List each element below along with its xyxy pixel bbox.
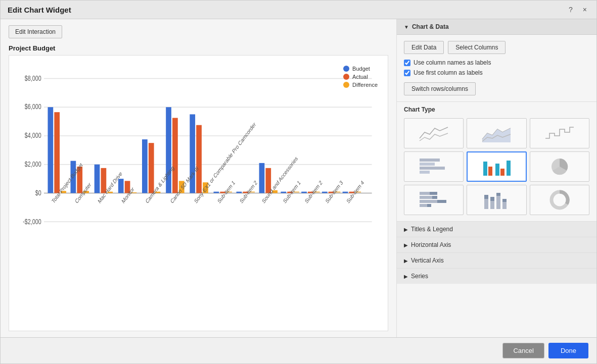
svg-rect-46 [301, 192, 307, 193]
svg-rect-29 [172, 118, 178, 193]
help-button[interactable]: ? [566, 5, 575, 15]
close-button[interactable]: × [580, 5, 589, 15]
data-buttons-row: Edit Data Select Columns [404, 41, 589, 54]
collapse-arrow-series: ▶ [404, 274, 408, 279]
legend-label-budget: Budget [352, 66, 370, 72]
svg-rect-34 [214, 192, 219, 193]
svg-rect-32 [196, 125, 202, 193]
dialog-titlebar: Edit Chart Widget ? × [1, 1, 596, 19]
collapsible-sections: ▶ Titles & Legend ▶ Horizontal Axis ▶ Ve… [397, 221, 596, 337]
svg-rect-76 [495, 164, 499, 176]
svg-rect-82 [420, 196, 432, 199]
done-button[interactable]: Done [548, 343, 588, 358]
switch-rows-columns-button[interactable]: Switch rows/columns [404, 82, 476, 95]
svg-rect-81 [430, 192, 437, 195]
chart-type-step[interactable] [530, 118, 589, 148]
legend-item-difference: Difference [343, 82, 378, 88]
svg-rect-89 [484, 195, 488, 199]
chart-type-pie[interactable] [530, 151, 589, 182]
svg-rect-85 [437, 200, 446, 203]
use-first-column-label: Use first column as labels [414, 69, 483, 76]
chart-type-vertical-bar[interactable] [467, 151, 526, 182]
svg-rect-26 [149, 143, 154, 193]
svg-rect-71 [420, 163, 435, 166]
svg-rect-22 [118, 179, 124, 193]
svg-rect-19 [95, 165, 100, 193]
dialog-title: Edit Chart Widget [8, 6, 71, 14]
titles-legend-section[interactable]: ▶ Titles & Legend [397, 221, 596, 237]
svg-rect-73 [420, 171, 430, 174]
svg-rect-13 [48, 107, 53, 193]
chart-legend: Budget Actual Difference [343, 66, 378, 90]
dialog-footer: Cancel Done [1, 337, 596, 363]
use-column-names-checkbox[interactable] [404, 60, 410, 66]
series-section[interactable]: ▶ Series [397, 268, 596, 284]
svg-rect-74 [483, 162, 487, 176]
titlebar-actions: ? × [566, 5, 589, 15]
svg-text:Computer: Computer [74, 181, 92, 204]
svg-text:$2,000: $2,000 [25, 161, 41, 169]
edit-chart-widget-dialog: Edit Chart Widget ? × Edit Interaction P… [0, 0, 597, 364]
svg-rect-90 [490, 201, 494, 209]
chart-data-section-content: Edit Data Select Columns Use column name… [397, 35, 596, 102]
collapse-arrow-vertical: ▶ [404, 258, 408, 264]
svg-rect-14 [54, 112, 60, 193]
chart-type-label: Chart Type [397, 102, 596, 115]
edit-data-button[interactable]: Edit Data [404, 41, 444, 54]
chart-type-stacked-bar[interactable] [467, 185, 526, 215]
vertical-axis-section[interactable]: ▶ Vertical Axis [397, 252, 596, 268]
chart-type-horizontal-bar[interactable] [404, 151, 464, 182]
svg-rect-80 [420, 192, 430, 195]
legend-dot-budget [343, 66, 349, 72]
svg-rect-49 [322, 192, 328, 193]
chart-area: Budget Actual Difference $8,000 $6,00 [9, 55, 388, 331]
svg-text:$8,000: $8,000 [25, 74, 41, 82]
svg-rect-86 [420, 204, 427, 207]
svg-text:Sub-item 1: Sub-item 1 [216, 179, 236, 205]
svg-rect-37 [237, 192, 242, 193]
svg-rect-95 [502, 199, 507, 202]
svg-rect-78 [507, 161, 511, 176]
chart-type-line[interactable] [404, 118, 464, 148]
collapse-arrow-titles: ▶ [404, 227, 408, 232]
horizontal-axis-section[interactable]: ▶ Horizontal Axis [397, 237, 596, 252]
select-columns-button[interactable]: Select Columns [448, 41, 506, 54]
use-column-names-label: Use column names as labels [414, 59, 491, 66]
titles-legend-label: Titles & Legend [411, 226, 453, 233]
svg-rect-43 [281, 192, 286, 193]
svg-text:$0: $0 [35, 189, 41, 197]
legend-dot-actual [343, 74, 349, 80]
svg-text:$6,000: $6,000 [25, 103, 41, 111]
svg-rect-94 [502, 202, 507, 209]
vertical-axis-label: Vertical Axis [411, 257, 444, 264]
legend-label-actual: Actual [352, 74, 368, 80]
use-column-names-row[interactable]: Use column names as labels [404, 59, 589, 66]
chart-data-section-label: Chart & Data [412, 23, 449, 30]
svg-rect-92 [496, 196, 500, 209]
svg-text:$4,000: $4,000 [25, 132, 41, 140]
bar-chart-svg: $8,000 $6,000 $4,000 $2,000 $0 -$2,000 [14, 61, 383, 326]
chart-type-stacked-horizontal-bar[interactable] [404, 185, 464, 215]
horizontal-axis-label: Horizontal Axis [411, 241, 451, 248]
series-label: Series [411, 273, 428, 280]
chart-type-donut[interactable] [530, 185, 589, 215]
legend-dot-difference [343, 82, 349, 88]
svg-rect-28 [166, 107, 171, 193]
legend-label-difference: Difference [352, 82, 378, 88]
svg-rect-93 [496, 193, 500, 196]
chart-title: Project Budget [9, 44, 388, 52]
svg-rect-91 [490, 197, 494, 201]
edit-interaction-button[interactable]: Edit Interaction [9, 25, 62, 38]
svg-rect-25 [142, 139, 148, 193]
cancel-button[interactable]: Cancel [502, 343, 544, 358]
legend-item-actual: Actual [343, 74, 378, 80]
collapse-arrow-chart-data: ▼ [404, 24, 409, 30]
chart-type-area[interactable] [467, 118, 526, 148]
svg-text:Sub-item 4: Sub-item 4 [345, 179, 364, 205]
right-panel: ▼ Chart & Data Edit Data Select Columns … [397, 19, 596, 337]
use-first-column-row[interactable]: Use first column as labels [404, 69, 589, 76]
svg-rect-77 [500, 169, 504, 176]
svg-rect-88 [484, 199, 488, 209]
svg-rect-75 [488, 167, 492, 176]
use-first-column-checkbox[interactable] [404, 70, 410, 76]
